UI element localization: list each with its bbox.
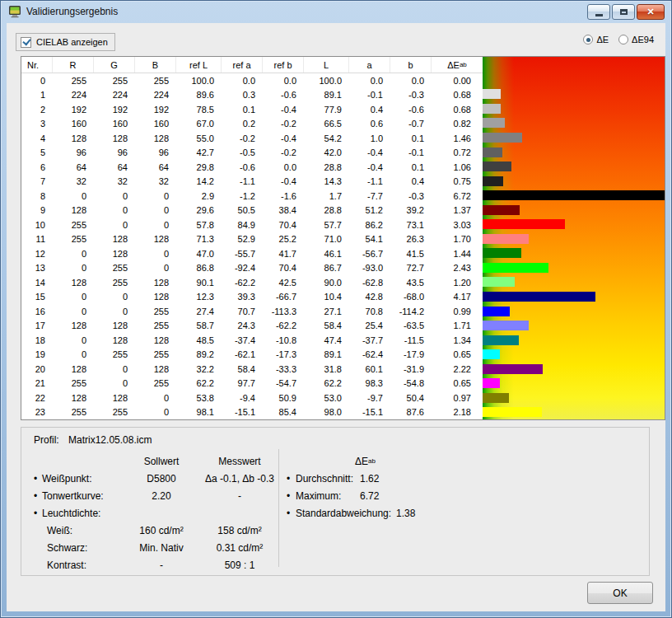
cell-ref-l: 78.5 [176, 105, 222, 115]
cell-ref-a: -62.2 [222, 278, 263, 288]
cell-nr: 9 [21, 205, 53, 215]
cell-l: 71.0 [304, 234, 349, 244]
delta-bar [483, 321, 529, 330]
cell-g: 192 [94, 105, 135, 115]
table-row[interactable]: 18012812848.5-37.4-10.847.4-37.7-11.51.3… [21, 333, 483, 348]
table-row[interactable]: 130255086.8-92.470.486.7-93.072.72.43 [21, 261, 483, 276]
table-row[interactable]: 316016016067.00.2-0.266.50.6-0.70.82 [21, 117, 483, 132]
cell-g: 128 [94, 321, 135, 330]
table-header: Nr. R G B ref L ref a ref b L a b ΔEab [21, 57, 483, 73]
cell-r: 224 [53, 90, 94, 100]
cell-ref-b: 41.7 [263, 249, 304, 259]
bullet-icon: • [287, 508, 296, 519]
cell-a: -0.4 [349, 162, 390, 172]
cell-nr: 22 [21, 393, 53, 403]
titlebar[interactable]: Validierungsergebnis ✕ [0, 0, 672, 23]
cell-a: -9.7 [349, 393, 390, 403]
cell-ref-b: -62.2 [263, 321, 304, 330]
table-row[interactable]: 80002.9-1.2-1.61.7-7.7-0.36.72 [21, 189, 483, 204]
table-row[interactable]: 1125512812871.352.925.271.054.126.31.70 [21, 232, 483, 247]
table-row[interactable]: 21255025562.297.7-54.762.298.3-54.80.65 [21, 377, 483, 391]
cell-g: 0 [94, 191, 135, 201]
maximize-button[interactable] [612, 4, 635, 20]
cell-l: 90.0 [304, 278, 349, 288]
table-row[interactable]: 120128047.0-55.741.746.1-56.741.51.44 [21, 246, 483, 261]
delta-bar [483, 89, 501, 99]
cielab-checkbox-label: CIELAB anzeigen [36, 37, 108, 47]
window-controls: ✕ [587, 4, 665, 20]
delta-bar [483, 277, 515, 287]
table-row[interactable]: 122422422489.60.3-0.689.1-0.1-0.30.68 [21, 88, 483, 103]
close-button[interactable]: ✕ [637, 4, 665, 20]
cell-r: 255 [53, 234, 94, 244]
cell-ref-l: 86.8 [176, 263, 222, 273]
delta-bar [483, 133, 522, 143]
cell-g: 255 [94, 263, 135, 273]
dialog-client-area: CIELAB anzeigen ΔE ΔE94 Nr. R G B ref L [7, 23, 665, 611]
cell-g: 128 [94, 393, 135, 403]
bar-slot [483, 159, 665, 174]
cell-a: -62.8 [349, 278, 390, 288]
cell-ref-a: 70.7 [222, 307, 263, 316]
table-row[interactable]: 219219219278.50.1-0.477.90.4-0.60.68 [21, 102, 483, 117]
header-b2: b [390, 57, 432, 73]
cell-nr: 4 [21, 133, 53, 143]
table-row[interactable]: 20128012832.258.4-33.331.860.1-31.92.22 [21, 362, 483, 377]
cell-b: 255 [135, 321, 176, 330]
cell-ref-a: 0.1 [222, 105, 263, 115]
table-row[interactable]: 0255255255100.00.00.0100.00.00.00.00 [21, 73, 483, 88]
cell-delta-e: 0.75 [432, 176, 483, 186]
table-row[interactable]: 91280029.650.538.428.851.239.21.37 [21, 204, 483, 218]
bar-slot [483, 275, 665, 290]
cell-ref-b: -17.3 [263, 349, 304, 359]
table-row[interactable]: 102550057.884.970.457.786.273.13.03 [21, 218, 483, 232]
cell-ref-l: 12.3 [176, 292, 222, 302]
cell-b: 0 [135, 249, 176, 259]
cielab-checkbox-group[interactable]: CIELAB anzeigen [16, 33, 115, 51]
cell-l: 57.7 [304, 220, 349, 230]
table-row[interactable]: 1412825512890.1-62.242.590.0-62.843.51.2… [21, 275, 483, 290]
cell-ref-a: -37.4 [222, 335, 263, 345]
cell-delta-e: 0.82 [432, 119, 483, 129]
table-row[interactable]: 19025525589.2-62.1-17.389.1-62.4-17.90.6… [21, 348, 483, 363]
table-row[interactable]: 150012812.339.3-66.710.442.8-68.04.17 [21, 290, 483, 305]
table-row[interactable]: 664646429.8-0.60.028.8-0.40.11.06 [21, 160, 483, 175]
table-row[interactable]: 412812812855.0-0.2-0.454.21.00.11.46 [21, 131, 483, 146]
table-row[interactable]: 596969642.7-0.5-0.242.0-0.4-0.10.72 [21, 146, 483, 161]
cell-b: -68.0 [390, 292, 432, 302]
cell-a: -62.4 [349, 349, 390, 359]
minimize-button[interactable] [587, 4, 610, 20]
radio-delta-e94[interactable]: ΔE94 [618, 35, 654, 44]
ok-button[interactable]: OK [587, 582, 653, 604]
cell-a: 42.8 [349, 292, 390, 302]
radio-delta-e[interactable]: ΔE [583, 35, 609, 44]
cell-b: 0 [135, 263, 176, 273]
cielab-checkbox[interactable] [21, 37, 31, 48]
cell-r: 255 [53, 378, 94, 388]
chart-body [483, 73, 665, 419]
table-row[interactable]: 1712812825558.724.3-62.258.425.4-63.51.7… [21, 319, 483, 334]
header-b: B [135, 57, 176, 73]
bar-slot [483, 347, 665, 362]
header-delta-e: ΔEab [432, 57, 483, 73]
cell-l: 1.7 [304, 191, 349, 201]
cell-delta-e: 0.68 [432, 90, 483, 100]
cell-b: 41.5 [390, 249, 432, 259]
cell-b: 192 [135, 105, 176, 115]
cell-g: 128 [94, 234, 135, 244]
cell-ref-l: 57.8 [176, 220, 222, 230]
table-row[interactable]: 23255255098.1-15.185.498.0-15.187.62.18 [21, 405, 483, 420]
maximize-icon [620, 9, 628, 15]
cell-a: 98.3 [349, 378, 390, 388]
cell-ref-l: 48.5 [176, 335, 222, 345]
cell-g: 64 [94, 162, 135, 172]
cell-b: -0.6 [390, 105, 432, 115]
table-row[interactable]: 22128128053.8-9.450.953.0-9.750.40.97 [21, 391, 483, 405]
bullet-icon: • [34, 490, 42, 502]
table-row[interactable]: 160025527.470.7-113.327.170.8-114.20.99 [21, 304, 483, 319]
cell-ref-b: -0.4 [263, 105, 304, 115]
cell-l: 10.4 [304, 292, 349, 302]
table-row[interactable]: 732323214.2-1.1-0.414.3-1.10.40.75 [21, 175, 483, 190]
cell-g: 96 [94, 147, 135, 157]
cell-ref-a: 0.0 [222, 76, 263, 86]
